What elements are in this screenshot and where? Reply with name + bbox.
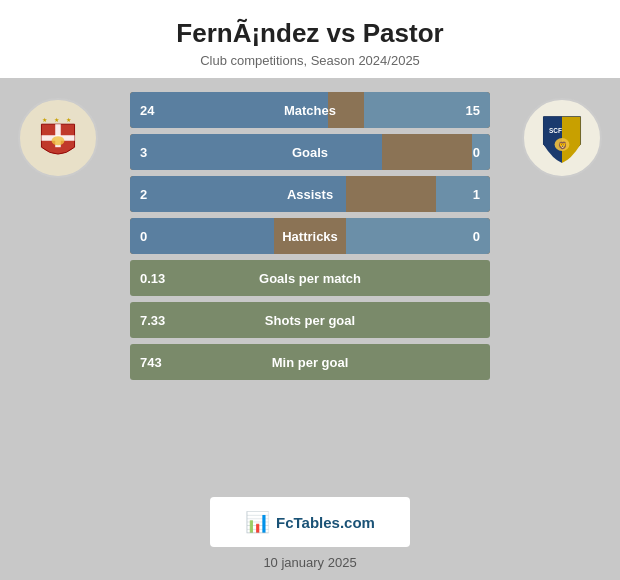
stat-val-right-goals: 0 [473, 145, 480, 160]
stat-val-left-hattricks: 0 [140, 229, 147, 244]
stat-row-min-per-goal: 743Min per goal [130, 344, 490, 380]
stat-val-min-per-goal: 743 [140, 355, 162, 370]
stat-row-goals-per-match: 0.13Goals per match [130, 260, 490, 296]
stat-label-goals-per-match: Goals per match [259, 271, 361, 286]
subtitle: Club competitions, Season 2024/2025 [10, 53, 610, 68]
stat-label-matches: Matches [284, 103, 336, 118]
svg-text:🦁: 🦁 [558, 141, 568, 150]
stat-label-hattricks: Hattricks [282, 229, 338, 244]
stat-val-left-goals: 3 [140, 145, 147, 160]
header: FernÃ¡ndez vs Pastor Club competitions, … [0, 0, 620, 78]
stat-row-matches: 2415Matches [130, 92, 490, 128]
date-label: 10 january 2025 [263, 555, 356, 570]
logo-left: ★ ★ ★ [18, 98, 98, 178]
stat-val-right-hattricks: 0 [473, 229, 480, 244]
stat-label-assists: Assists [287, 187, 333, 202]
stat-row-hattricks: 00Hattricks [130, 218, 490, 254]
footer-logo-text: FcTables.com [276, 514, 375, 531]
stat-val-left-assists: 2 [140, 187, 147, 202]
svg-point-5 [52, 136, 65, 145]
stat-label-min-per-goal: Min per goal [272, 355, 349, 370]
main-content: ★ ★ ★ SCF 🦁 2415Matches30Goals21Assists0… [0, 78, 620, 479]
stat-val-goals-per-match: 0.13 [140, 271, 165, 286]
stat-val-left-matches: 24 [140, 103, 154, 118]
svg-text:★: ★ [66, 116, 71, 123]
svg-text:★: ★ [42, 116, 47, 123]
stat-row-goals: 30Goals [130, 134, 490, 170]
stat-row-shots-per-goal: 7.33Shots per goal [130, 302, 490, 338]
svg-text:SCF: SCF [549, 127, 562, 134]
stat-val-right-matches: 15 [466, 103, 480, 118]
stat-val-shots-per-goal: 7.33 [140, 313, 165, 328]
footer-logo: 📊 FcTables.com [210, 497, 410, 547]
logo-right: SCF 🦁 [522, 98, 602, 178]
date-footer: 📊 FcTables.com 10 january 2025 [0, 479, 620, 580]
chart-icon: 📊 [245, 510, 270, 534]
stat-label-goals: Goals [292, 145, 328, 160]
page-title: FernÃ¡ndez vs Pastor [10, 18, 610, 49]
stats-column: 2415Matches30Goals21Assists00Hattricks0.… [130, 92, 490, 380]
svg-text:★: ★ [54, 116, 59, 123]
stat-label-shots-per-goal: Shots per goal [265, 313, 355, 328]
stat-row-assists: 21Assists [130, 176, 490, 212]
stat-val-right-assists: 1 [473, 187, 480, 202]
